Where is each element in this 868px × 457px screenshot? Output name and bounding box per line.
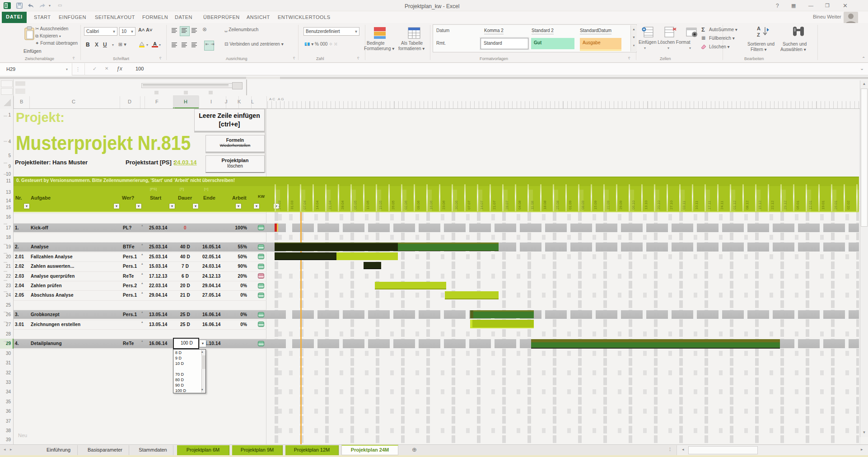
svg-text:A: A <box>757 26 761 31</box>
svg-text:Z: Z <box>757 32 760 37</box>
